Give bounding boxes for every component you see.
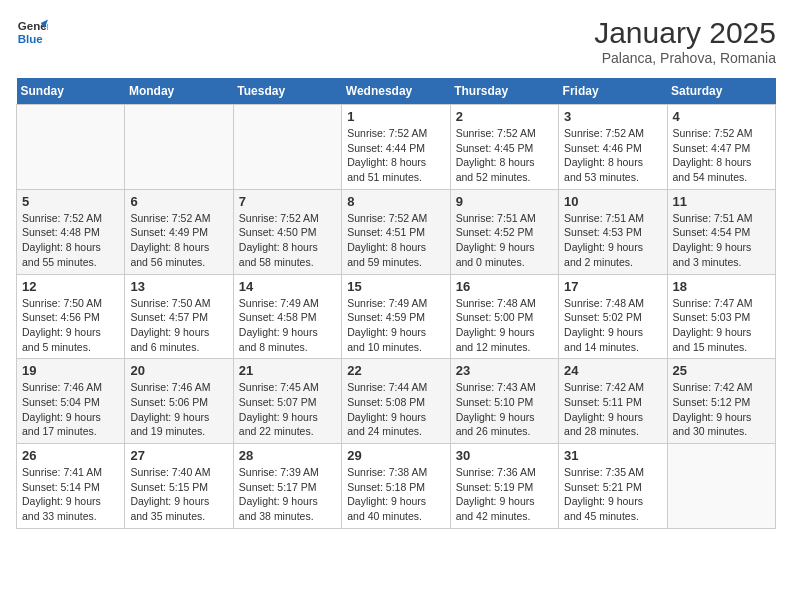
cell-line: Sunrise: 7:47 AM <box>673 296 770 311</box>
day-number: 9 <box>456 194 553 209</box>
cell-line: Sunset: 5:18 PM <box>347 480 444 495</box>
cell-line: Sunrise: 7:45 AM <box>239 380 336 395</box>
calendar-cell: 19Sunrise: 7:46 AMSunset: 5:04 PMDayligh… <box>17 359 125 444</box>
day-number: 2 <box>456 109 553 124</box>
weekday-header-tuesday: Tuesday <box>233 78 341 105</box>
cell-line: Sunset: 5:08 PM <box>347 395 444 410</box>
cell-line: Sunrise: 7:52 AM <box>347 126 444 141</box>
cell-line: and 10 minutes. <box>347 340 444 355</box>
cell-line: Sunrise: 7:52 AM <box>130 211 227 226</box>
cell-line: Sunset: 5:07 PM <box>239 395 336 410</box>
cell-line: Sunrise: 7:51 AM <box>456 211 553 226</box>
calendar-cell: 26Sunrise: 7:41 AMSunset: 5:14 PMDayligh… <box>17 444 125 529</box>
day-number: 3 <box>564 109 661 124</box>
cell-line: and 14 minutes. <box>564 340 661 355</box>
calendar-week-2: 12Sunrise: 7:50 AMSunset: 4:56 PMDayligh… <box>17 274 776 359</box>
calendar-cell: 28Sunrise: 7:39 AMSunset: 5:17 PMDayligh… <box>233 444 341 529</box>
cell-line: and 15 minutes. <box>673 340 770 355</box>
calendar-week-1: 5Sunrise: 7:52 AMSunset: 4:48 PMDaylight… <box>17 189 776 274</box>
cell-line: Sunrise: 7:41 AM <box>22 465 119 480</box>
day-number: 13 <box>130 279 227 294</box>
calendar-cell: 29Sunrise: 7:38 AMSunset: 5:18 PMDayligh… <box>342 444 450 529</box>
weekday-header-monday: Monday <box>125 78 233 105</box>
calendar-cell: 2Sunrise: 7:52 AMSunset: 4:45 PMDaylight… <box>450 105 558 190</box>
cell-line: and 52 minutes. <box>456 170 553 185</box>
calendar-body: 1Sunrise: 7:52 AMSunset: 4:44 PMDaylight… <box>17 105 776 529</box>
calendar-cell: 31Sunrise: 7:35 AMSunset: 5:21 PMDayligh… <box>559 444 667 529</box>
cell-line: and 28 minutes. <box>564 424 661 439</box>
cell-line: Daylight: 9 hours <box>347 410 444 425</box>
day-number: 29 <box>347 448 444 463</box>
cell-line: Daylight: 9 hours <box>673 240 770 255</box>
cell-line: Daylight: 9 hours <box>564 240 661 255</box>
cell-line: Daylight: 9 hours <box>130 410 227 425</box>
cell-line: and 24 minutes. <box>347 424 444 439</box>
day-number: 1 <box>347 109 444 124</box>
weekday-header-wednesday: Wednesday <box>342 78 450 105</box>
day-number: 19 <box>22 363 119 378</box>
day-number: 26 <box>22 448 119 463</box>
cell-line: Daylight: 8 hours <box>347 155 444 170</box>
calendar-header: SundayMondayTuesdayWednesdayThursdayFrid… <box>17 78 776 105</box>
cell-line: Daylight: 8 hours <box>564 155 661 170</box>
calendar-cell <box>17 105 125 190</box>
cell-line: Daylight: 9 hours <box>564 410 661 425</box>
weekday-header-sunday: Sunday <box>17 78 125 105</box>
cell-line: Daylight: 8 hours <box>347 240 444 255</box>
cell-line: Sunset: 5:14 PM <box>22 480 119 495</box>
cell-line: Daylight: 9 hours <box>564 494 661 509</box>
calendar-cell: 18Sunrise: 7:47 AMSunset: 5:03 PMDayligh… <box>667 274 775 359</box>
cell-line: and 35 minutes. <box>130 509 227 524</box>
day-number: 5 <box>22 194 119 209</box>
cell-line: Sunset: 4:56 PM <box>22 310 119 325</box>
day-number: 11 <box>673 194 770 209</box>
cell-line: Sunset: 5:10 PM <box>456 395 553 410</box>
day-number: 24 <box>564 363 661 378</box>
cell-line: and 0 minutes. <box>456 255 553 270</box>
cell-line: and 17 minutes. <box>22 424 119 439</box>
calendar-week-4: 26Sunrise: 7:41 AMSunset: 5:14 PMDayligh… <box>17 444 776 529</box>
cell-line: and 51 minutes. <box>347 170 444 185</box>
cell-line: Daylight: 9 hours <box>239 410 336 425</box>
cell-line: and 5 minutes. <box>22 340 119 355</box>
day-number: 18 <box>673 279 770 294</box>
cell-line: Sunset: 5:02 PM <box>564 310 661 325</box>
cell-line: and 26 minutes. <box>456 424 553 439</box>
calendar-week-3: 19Sunrise: 7:46 AMSunset: 5:04 PMDayligh… <box>17 359 776 444</box>
weekday-header-friday: Friday <box>559 78 667 105</box>
cell-line: and 59 minutes. <box>347 255 444 270</box>
weekday-header-saturday: Saturday <box>667 78 775 105</box>
cell-line: Sunrise: 7:52 AM <box>239 211 336 226</box>
cell-line: Daylight: 9 hours <box>456 325 553 340</box>
cell-line: and 2 minutes. <box>564 255 661 270</box>
cell-line: Sunrise: 7:51 AM <box>564 211 661 226</box>
cell-line: and 8 minutes. <box>239 340 336 355</box>
cell-line: Daylight: 9 hours <box>456 494 553 509</box>
cell-line: and 54 minutes. <box>673 170 770 185</box>
calendar-cell <box>667 444 775 529</box>
day-number: 25 <box>673 363 770 378</box>
day-number: 4 <box>673 109 770 124</box>
month-title: January 2025 <box>594 16 776 50</box>
cell-line: Daylight: 9 hours <box>22 410 119 425</box>
logo-icon: General Blue <box>16 16 48 48</box>
calendar-cell <box>233 105 341 190</box>
cell-line: and 22 minutes. <box>239 424 336 439</box>
calendar-cell: 8Sunrise: 7:52 AMSunset: 4:51 PMDaylight… <box>342 189 450 274</box>
cell-line: Sunrise: 7:35 AM <box>564 465 661 480</box>
day-number: 17 <box>564 279 661 294</box>
cell-line: Sunset: 4:58 PM <box>239 310 336 325</box>
day-number: 6 <box>130 194 227 209</box>
calendar-cell: 17Sunrise: 7:48 AMSunset: 5:02 PMDayligh… <box>559 274 667 359</box>
calendar-cell <box>125 105 233 190</box>
day-number: 22 <box>347 363 444 378</box>
day-number: 16 <box>456 279 553 294</box>
calendar-cell: 6Sunrise: 7:52 AMSunset: 4:49 PMDaylight… <box>125 189 233 274</box>
cell-line: Sunset: 5:11 PM <box>564 395 661 410</box>
calendar-cell: 13Sunrise: 7:50 AMSunset: 4:57 PMDayligh… <box>125 274 233 359</box>
cell-line: Daylight: 9 hours <box>347 494 444 509</box>
day-number: 14 <box>239 279 336 294</box>
cell-line: Sunset: 4:47 PM <box>673 141 770 156</box>
cell-line: Sunrise: 7:42 AM <box>673 380 770 395</box>
day-number: 23 <box>456 363 553 378</box>
